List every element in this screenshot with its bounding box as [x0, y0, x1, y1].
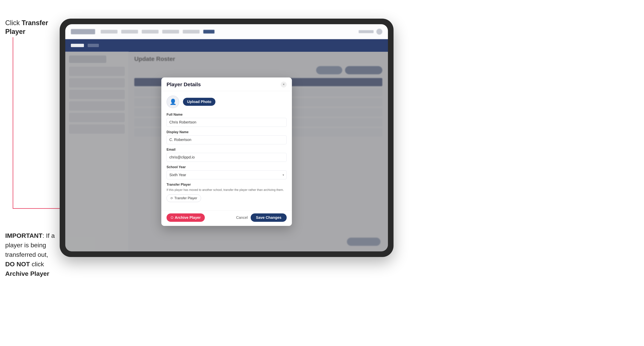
transfer-player-button[interactable]: ⟳ Transfer Player: [166, 194, 201, 202]
email-input[interactable]: [166, 153, 287, 162]
transfer-section-title: Transfer Player: [166, 183, 287, 186]
full-name-input[interactable]: [166, 118, 287, 127]
secondary-bar-dashboard: [71, 44, 84, 47]
school-year-select[interactable]: First Year Second Year Third Year Fourth…: [166, 171, 287, 179]
app-secondary-bar: [65, 39, 388, 52]
archive-btn-label: Archive Player: [175, 215, 201, 220]
do-not-bold: DO NOT: [5, 261, 30, 268]
archive-player-bold: Archive Player: [5, 270, 49, 277]
footer-right-buttons: Cancel Save Changes: [236, 213, 287, 222]
nav-schedule: [162, 30, 179, 33]
instruction-click-text: Click Transfer Player: [5, 19, 58, 36]
archive-player-button[interactable]: ⬡ Archive Player: [166, 213, 205, 222]
transfer-icon: ⟳: [170, 196, 173, 200]
tablet-screen: Update Roster: [65, 24, 388, 251]
modal-overlay: Player Details × 👤 Upload Photo: [65, 52, 388, 251]
modal-title: Player Details: [166, 82, 201, 88]
archive-icon: ⬡: [171, 216, 173, 219]
nav-team: [203, 30, 214, 33]
app-nav-right: [359, 29, 382, 35]
app-topbar: [65, 24, 388, 39]
app-content: Update Roster: [65, 52, 388, 251]
nav-opponents: [121, 30, 138, 33]
arrow-line-vertical: [13, 37, 13, 208]
secondary-bar-all-players: [88, 44, 99, 47]
full-name-label: Full Name: [166, 113, 287, 117]
display-name-label: Display Name: [166, 130, 287, 134]
person-icon: 👤: [170, 99, 176, 105]
tablet-device: Update Roster: [60, 19, 394, 257]
instruction-important-area: IMPORTANT: If a player is being transfer…: [5, 231, 59, 278]
transfer-section: Transfer Player If this player has moved…: [166, 183, 287, 202]
instruction-transfer-bold: Transfer Player: [5, 19, 48, 35]
email-label: Email: [166, 148, 287, 152]
nav-right-text: [359, 30, 374, 33]
photo-upload-row: 👤 Upload Photo: [166, 96, 287, 108]
transfer-section-description: If this player has moved to another scho…: [166, 188, 287, 192]
modal-header: Player Details ×: [161, 77, 292, 91]
close-icon: ×: [283, 82, 285, 86]
display-name-field: Display Name: [166, 130, 287, 144]
school-year-select-wrapper: First Year Second Year Third Year Fourth…: [166, 171, 287, 179]
app-nav-items: [101, 30, 353, 33]
nav-toss: [142, 30, 158, 33]
save-changes-button[interactable]: Save Changes: [251, 213, 287, 222]
nav-addform: [183, 30, 200, 33]
transfer-btn-label: Transfer Player: [174, 196, 197, 200]
school-year-field: School Year First Year Second Year Third…: [166, 165, 287, 179]
nav-dashboard: [101, 30, 118, 33]
instruction-important-bold: IMPORTANT: [5, 232, 42, 239]
player-details-modal: Player Details × 👤 Upload Photo: [161, 77, 292, 226]
avatar: 👤: [166, 96, 179, 108]
email-field: Email: [166, 148, 287, 162]
modal-body: 👤 Upload Photo Full Name Display Name: [161, 91, 292, 210]
app-logo: [71, 29, 95, 34]
upload-photo-button[interactable]: Upload Photo: [183, 98, 216, 106]
modal-footer: ⬡ Archive Player Cancel Save Changes: [161, 210, 292, 226]
instruction-area: Click Transfer Player: [5, 19, 58, 40]
school-year-label: School Year: [166, 165, 287, 169]
modal-close-button[interactable]: ×: [281, 82, 287, 88]
nav-avatar: [376, 29, 382, 35]
display-name-input[interactable]: [166, 135, 287, 144]
cancel-button[interactable]: Cancel: [236, 215, 248, 220]
full-name-field: Full Name: [166, 113, 287, 127]
